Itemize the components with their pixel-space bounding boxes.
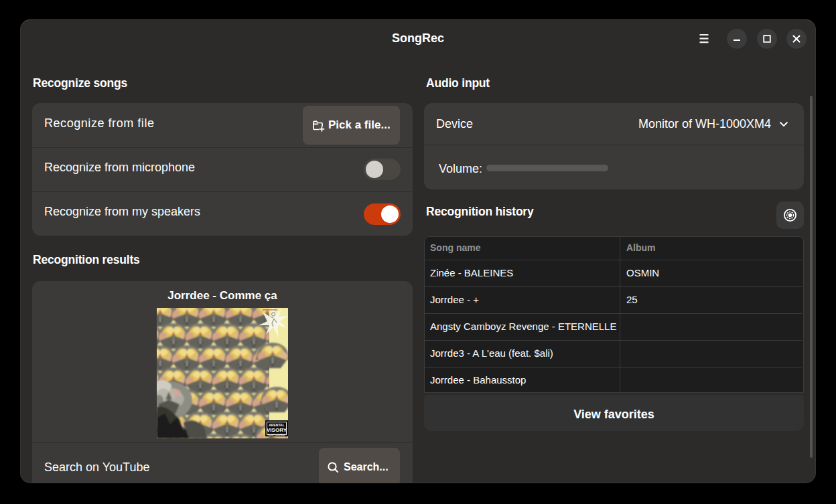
svg-text:PLICIT CONTENT: PLICIT CONTENT [268, 434, 285, 436]
svg-text:VISORY: VISORY [267, 427, 287, 433]
svg-text:ARENTAL: ARENTAL [269, 423, 285, 427]
